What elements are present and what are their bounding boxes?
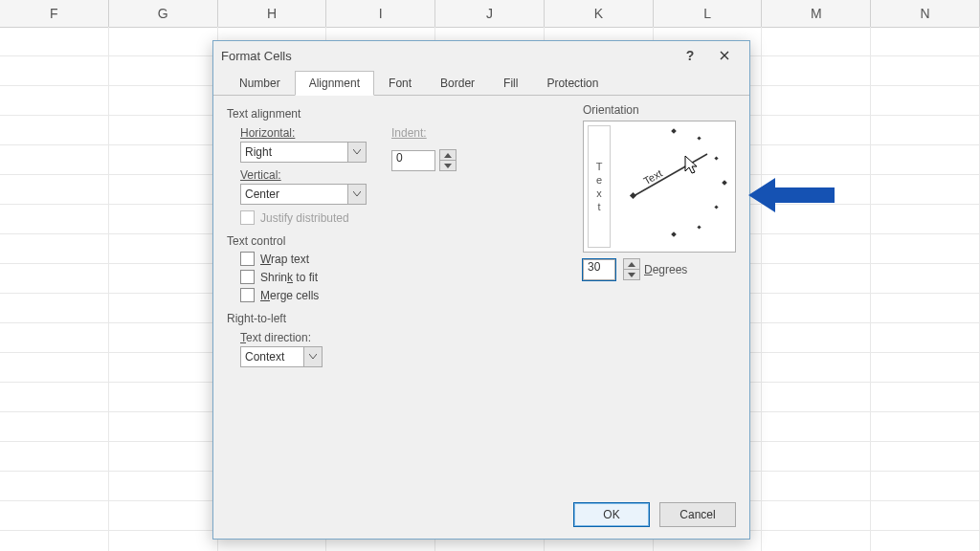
indent-label: Indent: <box>391 126 457 140</box>
colhdr-L[interactable]: L <box>654 0 763 27</box>
dialog-buttons: OK Cancel <box>573 502 736 529</box>
checkbox-box <box>240 288 255 302</box>
section-rtl: Right-to-left <box>227 312 736 325</box>
column-headers: F G H I J K L M N <box>0 0 980 28</box>
indent-up[interactable] <box>439 149 457 161</box>
vertical-select[interactable]: Center <box>240 184 367 205</box>
vertical-label: Vertical: <box>240 168 367 182</box>
checkbox-box <box>240 210 255 225</box>
svg-rect-6 <box>671 231 677 237</box>
checkbox-box <box>240 252 255 266</box>
orientation-dial[interactable]: Text <box>616 125 731 248</box>
svg-rect-1 <box>697 136 701 140</box>
svg-rect-2 <box>714 156 718 160</box>
colhdr-K[interactable]: K <box>545 0 654 27</box>
colhdr-J[interactable]: J <box>435 0 545 27</box>
shrink-label: Shrink to fit <box>260 271 318 284</box>
merge-cells-checkbox[interactable]: Merge cells <box>240 288 736 302</box>
indent-spinner[interactable]: 0 <box>391 149 457 171</box>
indent-down[interactable] <box>439 161 457 171</box>
help-button[interactable]: ? <box>673 44 707 67</box>
horizontal-select[interactable]: Right <box>240 142 367 163</box>
tabs: Number Alignment Font Border Fill Protec… <box>213 70 749 96</box>
justify-distributed-label: Justify distributed <box>260 211 349 225</box>
colhdr-F[interactable]: F <box>0 0 109 27</box>
tab-alignment[interactable]: Alignment <box>295 71 374 96</box>
degrees-up[interactable] <box>623 258 640 270</box>
cancel-button[interactable]: Cancel <box>659 502 736 527</box>
svg-rect-3 <box>722 180 727 186</box>
horizontal-value: Right <box>245 145 272 159</box>
degrees-input[interactable]: 30 <box>583 259 615 280</box>
svg-rect-0 <box>671 128 677 134</box>
cursor-icon <box>685 156 697 173</box>
chevron-down-icon <box>347 185 366 204</box>
indent-value[interactable]: 0 <box>391 150 435 171</box>
tab-border[interactable]: Border <box>426 71 489 96</box>
checkbox-box <box>240 270 255 284</box>
text-direction-label: Text direction: <box>240 331 736 344</box>
chevron-down-icon <box>303 347 322 366</box>
titlebar[interactable]: Format Cells ? <box>213 41 749 70</box>
degrees-label: Degrees <box>644 263 687 276</box>
colhdr-G[interactable]: G <box>109 0 218 27</box>
tab-font[interactable]: Font <box>374 71 426 96</box>
colhdr-I[interactable]: I <box>326 0 435 27</box>
merge-label: Merge cells <box>260 289 319 302</box>
orientation-label: Orientation <box>583 103 736 117</box>
orientation-vertical-text[interactable]: T e x t <box>588 125 611 248</box>
close-button[interactable] <box>707 44 742 67</box>
text-direction-select[interactable]: Context <box>240 346 323 367</box>
colhdr-M[interactable]: M <box>762 0 871 27</box>
justify-distributed-checkbox: Justify distributed <box>240 210 367 225</box>
degrees-down[interactable] <box>623 270 640 280</box>
dialog-title: Format Cells <box>221 49 673 63</box>
dialog-content: Text alignment Horizontal: Right Vertica… <box>213 96 749 507</box>
colhdr-H[interactable]: H <box>218 0 327 27</box>
tab-protection[interactable]: Protection <box>532 71 612 96</box>
tab-number[interactable]: Number <box>225 71 295 96</box>
format-cells-dialog: Format Cells ? Number Alignment Font Bor… <box>212 40 750 540</box>
svg-rect-4 <box>714 205 718 209</box>
horizontal-label: Horizontal: <box>240 126 367 140</box>
orientation-dial-box: T e x t <box>583 121 736 253</box>
close-icon <box>720 48 729 63</box>
orientation-group: Orientation T e x t <box>583 103 736 280</box>
wrap-text-label: Wrap text <box>260 253 309 266</box>
ok-button[interactable]: OK <box>573 502 650 527</box>
svg-rect-5 <box>697 225 701 229</box>
vertical-value: Center <box>245 187 279 201</box>
svg-rect-8 <box>630 192 636 199</box>
colhdr-N[interactable]: N <box>871 0 980 27</box>
text-direction-value: Context <box>245 350 284 364</box>
chevron-down-icon <box>347 143 366 162</box>
tab-fill[interactable]: Fill <box>489 71 532 96</box>
